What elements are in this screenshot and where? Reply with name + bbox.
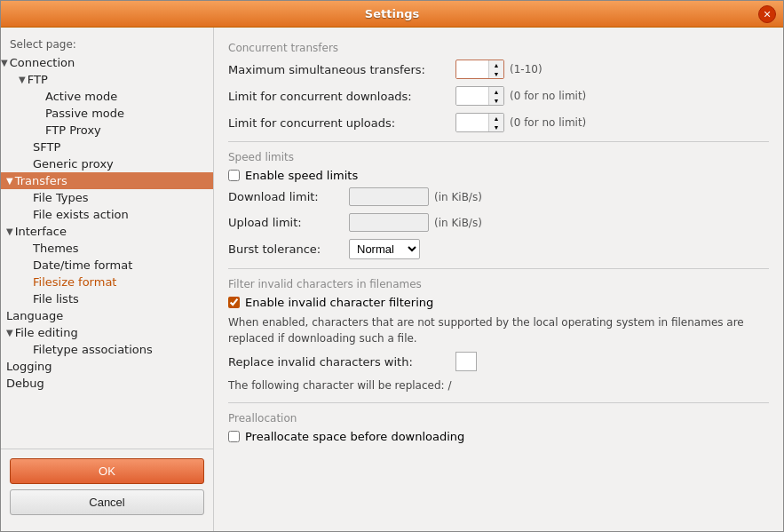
sidebar-item-active-mode[interactable]: Active mode bbox=[1, 88, 213, 105]
upload-limit-unit: (in KiB/s) bbox=[434, 217, 482, 229]
concurrent-uploads-hint: (0 for no limit) bbox=[510, 116, 586, 129]
sidebar-item-label: Filesize format bbox=[33, 275, 116, 289]
burst-tolerance-label: Burst tolerance: bbox=[228, 242, 344, 256]
concurrent-uploads-input[interactable]: 0 bbox=[456, 115, 488, 131]
speed-limits-header: Speed limits bbox=[228, 151, 769, 163]
ok-button[interactable]: OK bbox=[10, 458, 204, 484]
preallocation-header: Preallocation bbox=[228, 412, 769, 425]
titlebar: Settings ✕ bbox=[1, 1, 783, 28]
sidebar-item-generic-proxy[interactable]: Generic proxy bbox=[1, 155, 213, 172]
max-simultaneous-arrows: ▲ ▼ bbox=[488, 60, 503, 78]
sidebar-item-label: FTP Proxy bbox=[45, 123, 101, 137]
right-panel: Concurrent transfers Maximum simultaneou… bbox=[214, 28, 783, 531]
sidebar-item-datetime-format[interactable]: Date/time format bbox=[1, 257, 213, 274]
sidebar-item-passive-mode[interactable]: Passive mode bbox=[1, 105, 213, 122]
sidebar-item-transfers[interactable]: ▼ Transfers bbox=[1, 172, 213, 189]
sidebar-item-file-types[interactable]: File Types bbox=[1, 189, 213, 206]
download-limit-input[interactable]: 1000 bbox=[349, 187, 429, 206]
preallocate-row: Preallocate space before downloading bbox=[228, 430, 769, 443]
settings-dialog: Settings ✕ Select page: ▼ Connection ▼ F… bbox=[0, 0, 784, 532]
arrow-icon: ▼ bbox=[6, 328, 13, 337]
enable-speed-limits-row: Enable speed limits bbox=[228, 169, 769, 182]
sidebar-item-language[interactable]: Language bbox=[1, 307, 213, 324]
following-char-label: The following character will be replaced… bbox=[228, 378, 769, 393]
sidebar-item-interface[interactable]: ▼ Interface bbox=[1, 223, 213, 240]
sidebar-item-label: Transfers bbox=[15, 174, 67, 187]
concurrent-downloads-row: Limit for concurrent downloads: 0 ▲ ▼ (0… bbox=[228, 86, 769, 106]
arrow-icon: ▼ bbox=[1, 58, 8, 67]
concurrent-downloads-input[interactable]: 0 bbox=[456, 88, 488, 105]
concurrent-uploads-spinbox[interactable]: 0 ▲ ▼ bbox=[455, 113, 504, 132]
max-simultaneous-hint: (1-10) bbox=[510, 63, 542, 75]
spin-down[interactable]: ▼ bbox=[489, 96, 503, 105]
concurrent-downloads-hint: (0 for no limit) bbox=[510, 90, 586, 102]
preallocate-label: Preallocate space before downloading bbox=[245, 430, 464, 443]
spin-down[interactable]: ▼ bbox=[489, 69, 503, 78]
sidebar-item-file-exists-action[interactable]: File exists action bbox=[1, 206, 213, 223]
sidebar-item-themes[interactable]: Themes bbox=[1, 240, 213, 257]
upload-limit-input[interactable]: 100 bbox=[349, 213, 429, 232]
sidebar-item-label: Language bbox=[6, 309, 63, 322]
filter-header: Filter invalid characters in filenames bbox=[228, 278, 769, 290]
sidebar-item-sftp[interactable]: SFTP bbox=[1, 139, 213, 155]
concurrent-downloads-label: Limit for concurrent downloads: bbox=[228, 90, 450, 103]
sidebar-item-label: Connection bbox=[10, 56, 75, 69]
sidebar-item-label: File Types bbox=[33, 191, 89, 204]
enable-filter-label: Enable invalid character filtering bbox=[245, 296, 433, 309]
concurrent-uploads-arrows: ▲ ▼ bbox=[488, 114, 503, 131]
preallocate-checkbox[interactable] bbox=[228, 431, 240, 442]
concurrent-uploads-row: Limit for concurrent uploads: 0 ▲ ▼ (0 f… bbox=[228, 113, 769, 132]
close-button[interactable]: ✕ bbox=[758, 5, 776, 23]
dialog-title: Settings bbox=[365, 7, 419, 20]
max-simultaneous-row: Maximum simultaneous transfers: 10 ▲ ▼ (… bbox=[228, 60, 769, 79]
spin-down[interactable]: ▼ bbox=[489, 123, 503, 131]
concurrent-uploads-label: Limit for concurrent uploads: bbox=[228, 116, 450, 130]
sidebar-item-debug[interactable]: Debug bbox=[1, 375, 213, 392]
spin-up[interactable]: ▲ bbox=[489, 87, 503, 96]
max-simultaneous-spinbox[interactable]: 10 ▲ ▼ bbox=[455, 60, 504, 79]
sidebar-item-filesize-format[interactable]: Filesize format bbox=[1, 274, 213, 290]
sidebar-item-label: File editing bbox=[15, 326, 78, 339]
burst-tolerance-select[interactable]: Normal Low High bbox=[349, 239, 420, 259]
arrow-icon: ▼ bbox=[19, 75, 26, 84]
sidebar-item-label: Debug bbox=[6, 377, 44, 390]
sidebar-item-label: SFTP bbox=[33, 140, 60, 154]
enable-speed-limits-checkbox[interactable] bbox=[228, 170, 240, 181]
sidebar-item-label: Active mode bbox=[45, 90, 117, 103]
sidebar-item-label: Passive mode bbox=[45, 107, 124, 120]
spin-up[interactable]: ▲ bbox=[489, 114, 503, 123]
select-page-label: Select page: bbox=[1, 35, 213, 54]
arrow-icon: ▼ bbox=[6, 226, 13, 236]
download-limit-unit: (in KiB/s) bbox=[434, 191, 482, 203]
max-simultaneous-input[interactable]: 10 bbox=[456, 61, 488, 78]
sidebar-item-ftp[interactable]: ▼ FTP bbox=[1, 71, 213, 88]
sidebar-item-connection[interactable]: ▼ Connection bbox=[1, 54, 213, 71]
divider-1 bbox=[228, 141, 769, 142]
sidebar-item-label: Date/time format bbox=[33, 258, 132, 272]
upload-limit-label: Upload limit: bbox=[228, 216, 344, 229]
sidebar-item-label: Generic proxy bbox=[33, 157, 114, 171]
max-simultaneous-label: Maximum simultaneous transfers: bbox=[228, 63, 450, 76]
burst-tolerance-row: Burst tolerance: Normal Low High bbox=[228, 239, 769, 259]
enable-speed-limits-label: Enable speed limits bbox=[245, 169, 358, 182]
sidebar-item-ftp-proxy[interactable]: FTP Proxy bbox=[1, 122, 213, 139]
divider-3 bbox=[228, 402, 769, 403]
concurrent-downloads-spinbox[interactable]: 0 ▲ ▼ bbox=[455, 86, 504, 106]
sidebar-item-filetype-associations[interactable]: Filetype associations bbox=[1, 341, 213, 358]
enable-filter-checkbox[interactable] bbox=[228, 297, 240, 308]
sidebar-item-label: FTP bbox=[28, 73, 48, 86]
replace-input[interactable]: _ bbox=[455, 352, 477, 371]
sidebar-item-label: Logging bbox=[6, 360, 52, 373]
sidebar-item-file-editing[interactable]: ▼ File editing bbox=[1, 324, 213, 341]
divider-2 bbox=[228, 268, 769, 269]
sidebar-item-label: File lists bbox=[33, 292, 79, 306]
sidebar-item-logging[interactable]: Logging bbox=[1, 358, 213, 375]
sidebar-item-label: Interface bbox=[15, 225, 67, 238]
spin-up[interactable]: ▲ bbox=[489, 60, 503, 69]
replace-chars-row: Replace invalid characters with: _ bbox=[228, 352, 769, 371]
concurrent-header: Concurrent transfers bbox=[228, 42, 769, 54]
cancel-button[interactable]: Cancel bbox=[10, 489, 204, 515]
sidebar-item-file-lists[interactable]: File lists bbox=[1, 290, 213, 307]
arrow-icon: ▼ bbox=[6, 176, 13, 186]
download-limit-label: Download limit: bbox=[228, 190, 344, 203]
